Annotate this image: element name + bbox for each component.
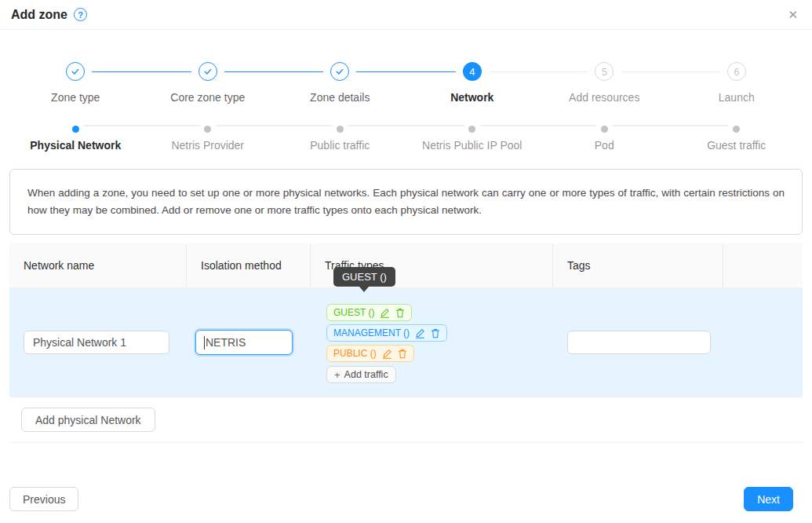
page-title: Add zone (11, 8, 67, 22)
info-message: When adding a zone, you need to set up o… (9, 169, 803, 235)
wizard-steps: Zone type Core zone type Zone details 4 (9, 62, 803, 104)
trash-icon[interactable] (431, 328, 440, 338)
edit-pencil-icon[interactable] (380, 308, 390, 318)
substep-label: Pod (538, 139, 671, 152)
table-row: GUEST () MANAGEMENT () PUBLIC () (9, 288, 803, 397)
check-icon (198, 62, 217, 81)
network-name-input[interactable] (24, 331, 169, 354)
column-header-empty (723, 243, 803, 287)
network-sub-steps: Physical Network Netris Provider Public … (9, 122, 803, 152)
column-header-tags: Tags (553, 243, 723, 287)
add-physical-network-button[interactable]: Add physical Network (21, 408, 155, 432)
step-dot (204, 126, 211, 133)
step-label: Network (406, 91, 539, 104)
step-dot (468, 126, 475, 133)
substep-netris-public-ip-pool: Netris Public IP Pool (406, 122, 539, 152)
table-header-row: Network name Isolation method Traffic ty… (9, 243, 803, 288)
step-label: Zone details (274, 91, 406, 104)
substep-label: Netris Public IP Pool (406, 139, 539, 152)
step-add-resources: 5 Add resources (538, 62, 671, 104)
isolation-method-input[interactable] (195, 330, 293, 355)
traffic-tag-label: PUBLIC () (333, 348, 377, 359)
check-icon (330, 62, 349, 81)
column-header-isolation-method: Isolation method (187, 243, 311, 287)
guest-traffic-tooltip: GUEST () (333, 267, 395, 287)
trash-icon[interactable] (395, 308, 405, 318)
substep-label: Physical Network (9, 139, 142, 152)
tags-input[interactable] (567, 331, 711, 354)
trash-icon[interactable] (398, 349, 407, 359)
column-header-network-name: Network name (9, 243, 187, 287)
step-network: 4 Network (406, 62, 539, 104)
substep-physical-network: Physical Network (9, 122, 142, 152)
step-zone-type: Zone type (9, 62, 142, 104)
table-footer: Add physical Network (9, 397, 803, 443)
step-label: Add resources (538, 91, 671, 104)
add-traffic-button[interactable]: + Add traffic (326, 366, 396, 383)
check-icon (66, 62, 85, 81)
substep-public-traffic: Public traffic (274, 122, 406, 152)
next-button[interactable]: Next (744, 487, 793, 511)
plus-icon: + (334, 369, 340, 381)
substep-label: Netris Provider (142, 139, 275, 152)
edit-pencil-icon[interactable] (415, 328, 425, 338)
wizard-footer: Previous Next (0, 487, 812, 511)
traffic-tag-public: PUBLIC () (326, 345, 414, 362)
substep-label: Public traffic (274, 139, 406, 152)
traffic-tag-label: MANAGEMENT () (333, 327, 410, 338)
step-label: Core zone type (142, 91, 275, 104)
substep-netris-provider: Netris Provider (142, 122, 275, 152)
traffic-types-cell: GUEST () MANAGEMENT () PUBLIC () (311, 288, 553, 397)
step-number: 6 (727, 62, 746, 81)
close-icon[interactable]: ✕ (788, 9, 798, 20)
step-dot (733, 126, 740, 133)
step-dot (601, 126, 608, 133)
traffic-tag-management: MANAGEMENT () (326, 324, 447, 342)
traffic-tag-guest: GUEST () (326, 304, 412, 321)
traffic-tag-label: GUEST () (333, 307, 374, 318)
substep-label: Guest traffic (671, 139, 803, 152)
step-zone-details: Zone details (274, 62, 406, 104)
row-empty-cell (723, 288, 803, 397)
substep-pod: Pod (538, 122, 671, 152)
step-core-zone-type: Core zone type (142, 62, 275, 104)
previous-button[interactable]: Previous (9, 487, 78, 511)
step-label: Zone type (9, 91, 142, 104)
step-launch: 6 Launch (671, 62, 803, 104)
step-dot (337, 126, 344, 133)
help-icon[interactable]: ? (74, 8, 87, 21)
step-label: Launch (671, 91, 803, 104)
step-dot (72, 126, 79, 133)
physical-networks-table: GUEST () Network name Isolation method T… (9, 243, 803, 443)
step-number: 5 (595, 62, 614, 81)
substep-guest-traffic: Guest traffic (671, 122, 803, 152)
modal-header: Add zone ? ✕ (0, 0, 812, 30)
text-caret (204, 336, 205, 349)
add-traffic-label: Add traffic (344, 369, 388, 380)
step-number: 4 (463, 62, 482, 81)
edit-pencil-icon[interactable] (382, 349, 392, 359)
